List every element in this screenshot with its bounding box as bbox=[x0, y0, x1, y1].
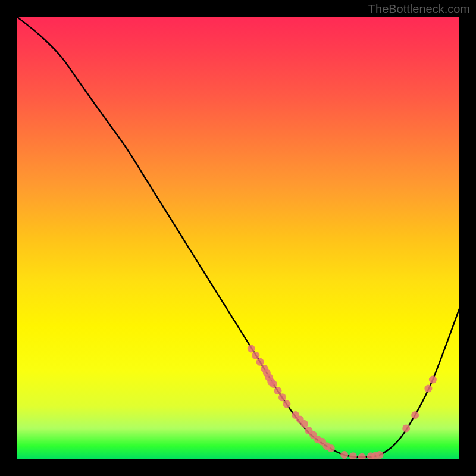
data-point bbox=[274, 387, 282, 394]
data-point bbox=[278, 393, 286, 401]
data-point bbox=[349, 452, 357, 459]
data-point bbox=[252, 352, 259, 359]
data-point bbox=[327, 444, 335, 452]
data-point bbox=[340, 451, 348, 459]
data-point bbox=[402, 424, 410, 432]
data-point bbox=[256, 358, 264, 366]
data-point bbox=[411, 411, 419, 419]
bottleneck-curve-line bbox=[17, 17, 459, 457]
data-point bbox=[248, 345, 255, 353]
data-point bbox=[424, 385, 432, 393]
data-point bbox=[429, 376, 437, 384]
data-point bbox=[358, 453, 366, 459]
watermark-text: TheBottleneck.com bbox=[368, 2, 470, 16]
chart-svg bbox=[17, 17, 459, 459]
chart-container: TheBottleneck.com bbox=[0, 0, 476, 476]
data-point bbox=[300, 420, 308, 428]
data-point bbox=[376, 451, 384, 459]
data-point bbox=[283, 400, 290, 408]
data-point bbox=[270, 380, 277, 388]
plot-area bbox=[17, 17, 459, 459]
scatter-dots-group bbox=[248, 345, 437, 460]
